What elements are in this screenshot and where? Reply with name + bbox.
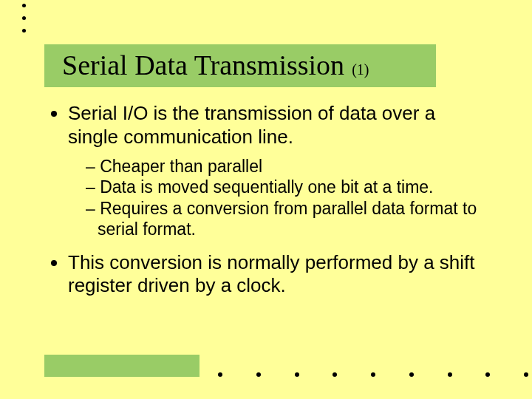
dot-icon	[332, 372, 337, 377]
dot-icon	[256, 372, 261, 377]
vertical-dots-decoration	[22, 4, 26, 33]
bullet-list: Serial I/O is the transmission of data o…	[44, 102, 488, 298]
sub-bullet-list: Cheaper than parallel Data is moved sequ…	[68, 156, 488, 239]
sub-bullet-text: Cheaper than parallel	[100, 157, 262, 176]
bullet-text: Serial I/O is the transmission of data o…	[68, 102, 435, 148]
dot-icon	[524, 372, 528, 377]
sub-bullet-text: Data is moved sequentially one bit at a …	[100, 177, 433, 197]
list-item: This conversion is normally performed by…	[68, 251, 488, 298]
dot-icon	[22, 4, 26, 7]
dot-icon	[295, 372, 299, 377]
bullet-text: This conversion is normally performed by…	[68, 251, 475, 297]
dot-icon	[218, 372, 222, 377]
slide-body: Serial I/O is the transmission of data o…	[44, 102, 488, 310]
dot-icon	[409, 372, 414, 377]
slide-title-bar: Serial Data Transmission (1)	[44, 44, 436, 87]
list-item: Serial I/O is the transmission of data o…	[68, 102, 488, 239]
horizontal-dots-decoration	[218, 372, 528, 377]
slide-title: Serial Data Transmission	[62, 49, 344, 81]
dot-icon	[371, 372, 375, 377]
dot-icon	[485, 372, 490, 377]
dot-icon	[22, 16, 26, 20]
list-item: Requires a conversion from parallel data…	[86, 198, 488, 239]
dot-icon	[22, 29, 26, 33]
list-item: Data is moved sequentially one bit at a …	[86, 177, 488, 197]
list-item: Cheaper than parallel	[86, 156, 488, 177]
footer-accent-bar	[44, 355, 200, 377]
slide-title-number: (1)	[352, 61, 369, 78]
sub-bullet-text: Requires a conversion from parallel data…	[98, 199, 477, 239]
dot-icon	[448, 372, 452, 377]
